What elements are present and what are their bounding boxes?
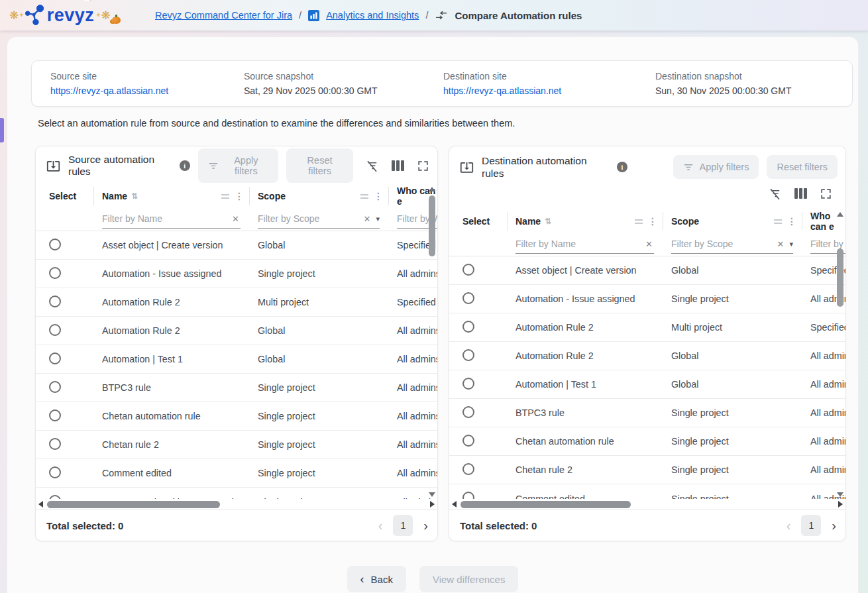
scroll-down-icon[interactable] [429, 492, 435, 497]
sort-icon[interactable]: ⇅ [131, 191, 138, 201]
view-differences-button[interactable]: View differences [419, 566, 519, 592]
back-button[interactable]: ‹ Back [347, 566, 406, 592]
row-select-radio[interactable] [49, 466, 61, 478]
rule-scope-cell: Single project [663, 407, 802, 418]
apply-filters-button[interactable]: Apply filters [673, 155, 759, 179]
row-select-radio[interactable] [462, 264, 474, 276]
fullscreen-icon[interactable] [820, 188, 832, 200]
previous-page-icon[interactable]: ‹ [787, 518, 791, 533]
filter-off-icon[interactable] [768, 187, 782, 201]
row-select-radio[interactable] [49, 296, 61, 307]
row-select-radio[interactable] [49, 381, 61, 393]
santa-hat-icon [82, 0, 91, 1]
table-row[interactable]: Automation Rule 2GlobalAll admins [449, 342, 845, 370]
fullscreen-icon[interactable] [417, 160, 429, 172]
source-site-link[interactable]: https://revyz-qa.atlassian.net [50, 85, 244, 96]
next-page-icon[interactable]: › [423, 518, 428, 533]
destination-horizontal-scrollbar[interactable] [449, 499, 845, 510]
table-row[interactable]: Comment editedSingle projectAll admins [449, 484, 845, 499]
scrollbar-thumb[interactable] [47, 501, 220, 508]
column-drag-handle[interactable] [221, 194, 229, 199]
filter-by-scope-input[interactable] [671, 239, 776, 249]
info-icon[interactable]: i [180, 160, 190, 171]
filter-by-name-input[interactable] [102, 213, 231, 224]
page-number[interactable]: 1 [801, 515, 821, 536]
clear-filter-icon[interactable]: ✕ [364, 214, 371, 224]
reset-filters-button[interactable]: Reset filters [286, 148, 353, 183]
apply-filters-button[interactable]: Apply filters [198, 148, 279, 183]
scroll-left-icon[interactable] [452, 501, 457, 508]
table-row[interactable]: Automation Rule 2Multi projectSpecified … [449, 313, 845, 342]
reset-filters-button[interactable]: Reset filters [767, 155, 838, 179]
table-row[interactable]: Automation | Test 1GlobalAll admins [36, 345, 437, 374]
table-row[interactable]: Automation Rule 2Multi projectSpecified … [36, 288, 437, 317]
breadcrumb-analytics-link[interactable]: Analytics and Insights [326, 10, 419, 21]
row-select-radio[interactable] [462, 321, 474, 333]
scroll-right-icon[interactable] [430, 501, 435, 508]
row-select-radio[interactable] [49, 324, 61, 336]
destination-site-link[interactable]: https://revyz-qa.atlassian.net [443, 85, 655, 96]
table-row[interactable]: Automation | Test 1GlobalAll admins [449, 370, 845, 399]
scroll-up-icon[interactable] [429, 187, 435, 191]
table-row[interactable]: Comment editedSingle projectAll admins [36, 459, 437, 488]
table-row[interactable]: Chetan rule 2Single projectAll admins [36, 431, 437, 459]
table-row[interactable]: Chetan automation ruleSingle projectAll … [36, 402, 437, 431]
column-menu-icon[interactable]: ⋮ [787, 216, 796, 227]
column-menu-icon[interactable]: ⋮ [235, 191, 244, 201]
row-select-radio[interactable] [462, 406, 474, 418]
column-menu-icon[interactable]: ⋮ [374, 191, 383, 201]
row-select-radio[interactable] [462, 349, 474, 361]
filter-off-icon[interactable] [365, 159, 379, 173]
destination-vertical-scrollbar[interactable] [836, 210, 845, 499]
row-select-radio[interactable] [462, 492, 474, 499]
row-select-radio[interactable] [462, 463, 474, 475]
scroll-down-icon[interactable] [837, 492, 843, 497]
table-row[interactable]: Asset object | Create versionGlobalSpeci… [449, 256, 845, 285]
chevron-down-icon[interactable]: ▾ [376, 215, 380, 223]
scroll-left-icon[interactable] [38, 501, 43, 508]
column-drag-handle[interactable] [360, 194, 368, 199]
table-row[interactable]: Automation - Issue assignedSingle projec… [449, 285, 845, 313]
row-select-radio[interactable] [49, 352, 61, 364]
scroll-up-icon[interactable] [837, 212, 843, 217]
sort-icon[interactable]: ⇅ [545, 217, 551, 226]
table-row[interactable]: Asset object | Create versionGlobalSpeci… [36, 231, 437, 260]
table-row[interactable]: Automation - Issue assignedSingle projec… [36, 260, 437, 288]
table-row[interactable]: BTPC3 ruleSingle projectAll admins [449, 399, 845, 427]
scrollbar-thumb[interactable] [461, 501, 631, 508]
column-drag-handle[interactable] [774, 219, 782, 224]
scrollbar-thumb[interactable] [837, 248, 843, 307]
table-row[interactable]: BTPC3 ruleSingle projectAll admins [36, 374, 437, 402]
column-drag-handle[interactable] [635, 219, 643, 224]
next-page-icon[interactable]: › [832, 518, 836, 533]
table-row[interactable]: Chetan rule 2Single projectAll admins [449, 456, 845, 484]
row-select-radio[interactable] [462, 378, 474, 390]
row-select-radio[interactable] [49, 438, 61, 450]
row-select-radio[interactable] [462, 435, 474, 447]
row-select-radio[interactable] [49, 267, 61, 279]
clear-filter-icon[interactable]: ✕ [232, 214, 239, 224]
row-select-radio[interactable] [462, 292, 474, 304]
table-row[interactable]: Automation Rule 2GlobalAll admins [36, 317, 437, 345]
row-select-radio[interactable] [49, 409, 61, 421]
breadcrumb-root-link[interactable]: Revyz Command Center for Jira [155, 10, 292, 21]
info-icon[interactable]: i [617, 162, 627, 172]
columns-icon[interactable] [392, 160, 404, 171]
columns-icon[interactable] [794, 188, 807, 199]
source-vertical-scrollbar[interactable] [427, 185, 437, 499]
row-select-radio[interactable] [49, 239, 61, 250]
source-horizontal-scrollbar[interactable] [36, 499, 437, 510]
filter-by-scope-input[interactable] [258, 213, 362, 224]
table-row[interactable]: Chetan automation ruleSingle projectAll … [449, 427, 845, 456]
revyz-logo[interactable]: ❋ ✦ revyz ✦ ❋ [9, 1, 139, 30]
column-menu-icon[interactable]: ⋮ [648, 216, 657, 227]
filter-by-name-input[interactable] [515, 239, 644, 249]
scroll-right-icon[interactable] [838, 501, 843, 508]
scrollbar-thumb[interactable] [429, 195, 435, 256]
table-row[interactable]: Comment related issue createdSingle proj… [36, 488, 437, 499]
clear-filter-icon[interactable]: ✕ [645, 239, 653, 249]
chevron-down-icon[interactable]: ▾ [789, 240, 793, 248]
page-number[interactable]: 1 [393, 515, 413, 536]
previous-page-icon[interactable]: ‹ [378, 518, 383, 533]
clear-filter-icon[interactable]: ✕ [777, 239, 785, 249]
